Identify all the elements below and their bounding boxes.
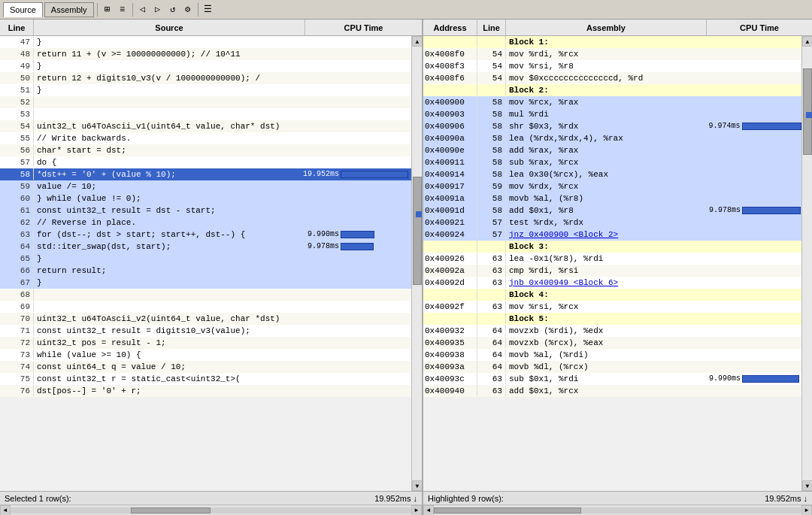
asm-vscroll-down[interactable]: ▼ [802,480,812,491]
source-vscroll-down[interactable]: ▼ [412,480,422,491]
asm-line-number: 63 [477,253,506,264]
table-row[interactable]: 60 } while (value != 0); [0,192,411,204]
settings-icon[interactable]: ⚙ [181,3,195,17]
table-row[interactable]: 0x40092f63mov %rsi, %rcx [423,301,801,313]
table-row[interactable]: 0x40091759mov %rdx, %rcx [423,180,801,192]
asm-rows-container[interactable]: Block 1:0x4008f054mov %rdi, %rcx0x4008f3… [423,36,801,491]
source-vscroll-track[interactable] [412,47,422,480]
table-row[interactable]: 61 const uint32_t result = dst - start; [0,204,411,217]
asm-instruction: mov %rsi, %rcx [506,302,696,311]
table-row[interactable]: 0x40093c63sub $0x1, %rdi9.990ms [423,373,801,385]
grid-icon[interactable]: ⊞ [101,3,114,17]
source-line-number: 67 [0,277,34,288]
table-row[interactable]: 58 *dst++ = '0' + (value % 10);19.952ms [0,168,411,180]
table-row[interactable]: 69 [0,301,411,313]
table-row[interactable]: 54uint32_t u64ToAscii_v1(uint64_t value,… [0,120,411,132]
source-code: for (dst--; dst > start; start++, dst--)… [34,230,295,239]
source-hscroll-track[interactable] [11,507,411,513]
asm-vscroll-up[interactable]: ▲ [802,36,812,47]
table-row[interactable]: 0x4008f654mov $0xccccccccccccccd, %rd [423,72,801,84]
table-row[interactable]: 0x4008f054mov %rdi, %rcx [423,48,801,60]
asm-hscroll-track[interactable] [434,507,801,513]
table-row[interactable]: 0x40091458lea 0x30(%rcx), %eax [423,168,801,180]
table-row[interactable]: 64 std::iter_swap(dst, start);9.978ms [0,241,411,253]
asm-address: 0x40091d [423,204,477,216]
table-row[interactable]: 71 const uint32_t result = digits10_v3(v… [0,325,411,337]
table-row[interactable]: 0x40090a58lea (%rdx,%rdx,4), %rax [423,132,801,144]
table-row[interactable]: 0x40092a63cmp %rdi, %rsi [423,265,801,277]
asm-address: 0x40090e [423,144,477,156]
table-row[interactable]: 65 } [0,253,411,265]
table-row[interactable]: 73 while (value >= 10) { [0,349,411,361]
asm-vscrollbar[interactable]: ▲ ▼ [801,36,812,491]
source-vscroll-thumb[interactable] [413,177,422,285]
table-row[interactable]: 0x40093864movb %al, (%rdi) [423,349,801,361]
asm-address: 0x40093c [423,373,477,384]
source-code: std::iter_swap(dst, start); [34,242,295,251]
asm-hscroll-right[interactable]: ► [801,505,812,516]
table-row[interactable]: 0x40093564movzxb (%rcx), %eax [423,337,801,349]
source-hscroll-right[interactable]: ► [411,505,422,516]
asm-hscrollbar[interactable]: ◄ ► [423,504,812,515]
source-line-number: 59 [0,180,34,192]
table-row[interactable]: 0x40092663lea -0x1(%r8), %rdi [423,253,801,265]
table-row[interactable]: 0x40091d58add $0x1, %r89.978ms [423,204,801,217]
table-row[interactable]: 0x40094063add $0x1, %rcx [423,385,801,397]
table-row[interactable]: 63 for (dst--; dst > start; start++, dst… [0,229,411,241]
table-row[interactable]: 0x40093a64movb %dl, (%rcx) [423,361,801,373]
table-row[interactable]: 0x40090058mov %rcx, %rax [423,96,801,108]
table-row[interactable]: 55 // Write backwards. [0,132,411,144]
table-row[interactable]: 0x40091a58movb %al, (%r8) [423,192,801,204]
asm-address: 0x4008f0 [423,48,477,59]
asm-hscroll-thumb[interactable] [434,507,581,513]
table-row[interactable]: 0x40090e58add %rax, %rax [423,144,801,156]
table-row[interactable]: 49 } [0,60,411,72]
table-row[interactable]: 59 value /= 10; [0,180,411,192]
source-tab[interactable]: Source [3,2,43,17]
source-hscroll-thumb[interactable] [131,507,211,513]
table-row[interactable]: 0x40092457jnz 0x400900 <Block 2> [423,229,801,241]
source-cpu-cell: 19.952ms [295,170,411,178]
table-row[interactable]: 0x40090658shr $0x3, %rdx9.974ms [423,120,801,132]
asm-vscroll-track[interactable] [802,47,812,480]
source-vscrollbar[interactable]: ▲ ▼ [411,36,422,491]
table-row[interactable]: 50 return 12 + digits10_v3(v / 100000000… [0,72,411,84]
source-vscroll-up[interactable]: ▲ [412,36,422,47]
back-icon[interactable]: ◁ [136,3,150,17]
refresh-icon[interactable]: ↺ [166,3,180,17]
table-row[interactable]: 0x40090358mul %rdi [423,108,801,120]
assembly-tab[interactable]: Assembly [44,2,94,17]
table-row[interactable]: 0x40092d63jnb 0x400949 <Block 6> [423,277,801,289]
asm-instruction[interactable]: jnz 0x400900 <Block 2> [506,230,696,239]
table-row[interactable]: 68 [0,289,411,301]
asm-hscroll-left[interactable]: ◄ [423,505,434,516]
table-row[interactable]: 70uint32_t u64ToAscii_v2(uint64_t value,… [0,313,411,325]
table-row[interactable]: 0x40092157test %rdx, %rdx [423,217,801,229]
table-row[interactable]: 62 // Reverse in place. [0,217,411,229]
table-row[interactable]: 74 const uint64_t q = value / 10; [0,361,411,373]
table-row[interactable]: 56 char* start = dst; [0,144,411,156]
table-row[interactable]: 48 return 11 + (v >= 100000000000); // 1… [0,48,411,60]
table-row[interactable]: 51} [0,84,411,96]
source-hscroll-left[interactable]: ◄ [0,505,11,516]
table-row[interactable]: 47 } [0,36,411,48]
table-row[interactable]: 76 dst[pos--] = '0' + r; [0,385,411,397]
asm-cputime-header: CPU Time [707,20,812,35]
table-row[interactable]: 66 return result; [0,265,411,277]
source-rows-container[interactable]: 47 }48 return 11 + (v >= 100000000000); … [0,36,411,491]
list-icon[interactable]: ≡ [116,3,129,17]
table-row[interactable]: 0x40093264movzxb (%rdi), %edx [423,325,801,337]
table-row[interactable]: 72 uint32_t pos = result - 1; [0,337,411,349]
table-row[interactable]: 53 [0,108,411,120]
forward-icon[interactable]: ▷ [151,3,165,17]
menu-icon[interactable]: ☰ [201,3,215,17]
table-row[interactable]: 57 do { [0,156,411,168]
table-row[interactable]: 75 const uint32_t r = static_cast<uint32… [0,373,411,385]
source-hscrollbar[interactable]: ◄ ► [0,504,422,515]
asm-instruction[interactable]: jnb 0x400949 <Block 6> [506,278,696,287]
asm-assembly-header: Assembly [506,20,707,35]
table-row[interactable]: 0x40091158sub %rax, %rcx [423,156,801,168]
table-row[interactable]: 52 [0,96,411,108]
table-row[interactable]: 0x4008f354mov %rsi, %r8 [423,60,801,72]
table-row[interactable]: 67} [0,277,411,289]
